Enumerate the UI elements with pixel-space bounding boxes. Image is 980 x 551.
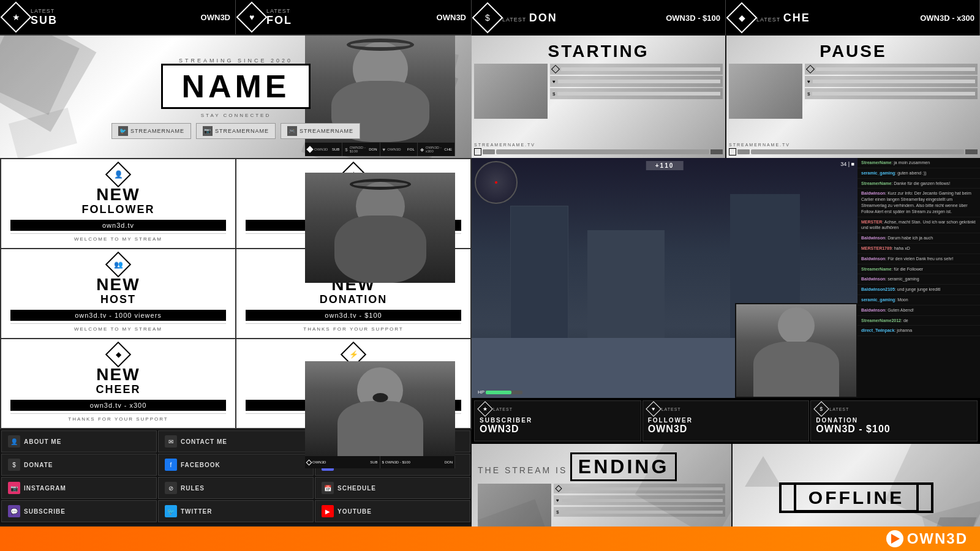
twitter-link[interactable]: 🐦 STREAMERNAME	[111, 123, 191, 139]
wcam-che-type: CHE	[444, 148, 452, 151]
hp-bar-bg	[486, 391, 522, 394]
starting-heart-icon: ♥	[552, 79, 556, 84]
host-type: HOST	[100, 293, 136, 306]
offline-title-text: OFFLINE	[794, 482, 919, 512]
sbs-sub-header: ★ LATEST	[480, 403, 636, 414]
chat-msg-4: Baldwinson: Kurz zur Info: Der Jecanto G…	[858, 189, 980, 217]
chat-msg-15: direct_Twinpack: johanna	[858, 326, 980, 336]
chat-user-6: Baldwinson	[861, 236, 885, 240]
instagram-label: INSTAGRAM	[24, 485, 66, 492]
twitter-btn[interactable]: 🐦 TWITTER	[158, 500, 314, 522]
chat-user-14: StreamerName2012	[861, 318, 901, 323]
contact-me-icon: ✉	[165, 435, 177, 448]
trs-che: ◆ LATEST CHE OWN3D - x300	[726, 0, 980, 36]
follower-icon: 👤	[105, 162, 131, 187]
wcam-heart-icon: ♥	[383, 147, 386, 152]
rules-icon: ⊘	[165, 482, 177, 494]
chat-msg-3: StreamerName: Danke für die ganzen fello…	[858, 179, 980, 189]
float-person-body	[337, 401, 423, 456]
sbs-don-label: LATEST	[829, 407, 849, 411]
wcam-don-type: DON	[369, 148, 377, 151]
chat-msg-8: Baldwinson: Für den vielen Dank freu uns…	[858, 254, 980, 264]
sbs-sub-value: OWN3D	[480, 424, 636, 435]
starting-content: ♥ $	[472, 61, 725, 140]
name-box: NAME	[161, 64, 310, 109]
about-me-button[interactable]: 👤 ABOUT ME	[1, 430, 157, 452]
chat-text-3: Danke für die ganzen fellows!	[894, 181, 950, 186]
cheer-name: own3d.tv - x300	[10, 400, 226, 411]
chat-text-7: haha xD	[894, 246, 910, 250]
rules-button[interactable]: ⊘ RULES	[158, 477, 314, 499]
headphones-2	[350, 179, 411, 190]
stat-sub: ★ LATEST SUB OWN3D	[0, 0, 236, 34]
subscribe-button[interactable]: 💬 SUBSCRIBE	[1, 500, 157, 522]
starting-url: STREAMERNAME.TV	[474, 143, 723, 147]
sbs-fol-header: ♥ LATEST	[648, 403, 804, 414]
instagram-link[interactable]: 📷 STREAMERNAME	[196, 123, 276, 139]
sbs-don-title: DONATION	[816, 417, 972, 424]
starting-ctrl-end	[710, 149, 723, 154]
logo-text: OWN3D	[907, 530, 968, 547]
youtube-button[interactable]: ▶ YOUTUBE	[315, 500, 470, 522]
float-sub-type: SUB	[370, 460, 377, 464]
sbs-fol-title: FOLLOWER	[648, 417, 804, 424]
sbs-fol-icon: ♥	[646, 401, 661, 416]
facebook-button[interactable]: f FACEBOOK	[158, 454, 314, 476]
twitter-btn-icon: 🐦	[165, 505, 177, 517]
pause-bar-1	[816, 67, 975, 71]
schedule-icon: 📅	[322, 482, 334, 494]
facebook-label: FACEBOOK	[181, 462, 221, 468]
pause-dollar-icon: $	[807, 91, 810, 97]
main-stream-area: +110 HP 13 🔫 34 | ■	[472, 158, 980, 398]
cheer-icon: ◆	[105, 342, 131, 367]
offline-triangle	[745, 456, 782, 487]
float-sub-text: OWN3D	[312, 460, 326, 464]
pause-progress	[751, 149, 964, 154]
chat-user-5: MERSTER	[861, 220, 882, 224]
float-stat-don: $ OWN3D - $100 DON	[380, 456, 456, 468]
game-minimap	[475, 161, 518, 204]
pause-screen-preview: PAUSE ♥ $	[726, 36, 980, 158]
float-star-icon	[306, 459, 312, 465]
building-1	[510, 206, 568, 350]
about-me-label: ABOUT ME	[24, 438, 61, 445]
donate-label: DONATE	[24, 462, 53, 468]
wcam-sub-type: SUB	[332, 148, 339, 151]
sub-value: OWN3D	[201, 13, 230, 22]
trs-don-label: LATEST	[502, 17, 526, 23]
starting-progress	[496, 149, 709, 154]
donate-button[interactable]: $ DONATE	[1, 454, 157, 476]
chat-msg-11: Baldwinson2105: und junge junge kreditl	[858, 285, 980, 295]
pause-diamond-1	[806, 65, 815, 73]
chat-text-10: seramic_gaming	[888, 277, 919, 281]
host-icon: 👥	[105, 252, 131, 277]
stream-name: NAME	[181, 69, 290, 104]
alert-follower: 👤 NEW FOLLOWER own3d.tv WELCOME TO MY ST…	[1, 159, 235, 248]
sbs-don-icon: $	[814, 401, 829, 416]
contact-me-button[interactable]: ✉ CONTACT ME	[158, 430, 314, 452]
trs-don-text: LATEST DON	[502, 12, 662, 24]
webcam-bottom-section	[305, 173, 455, 283]
cam-overlay-head	[778, 307, 815, 344]
instagram-button[interactable]: 📷 INSTAGRAM	[1, 477, 157, 499]
wcam-sub-stat: OWN3D SUB	[305, 143, 342, 156]
trs-don-icon: $	[472, 2, 503, 34]
pause-bar-2	[813, 80, 975, 83]
float-stat-sub: OWN3D SUB	[305, 456, 380, 468]
right-panel: $ LATEST DON OWN3D - $100 ◆ LATEST CHE O…	[472, 0, 980, 551]
generic-link[interactable]: 🎮 STREAMERNAME	[281, 123, 360, 139]
starting-bar-2	[558, 80, 720, 83]
trs-che-value: OWN3D - x300	[920, 13, 974, 23]
chat-msg-10: Baldwinson: seramic_gaming	[858, 274, 980, 285]
chat-user-8: Baldwinson	[861, 257, 885, 261]
chat-user-7: MERSTER1789	[861, 246, 892, 250]
pause-alerts: ♥ $	[805, 64, 978, 138]
game-hud-center: +110	[646, 161, 684, 170]
game-health: HP	[478, 389, 522, 395]
decor-shape-4	[9, 108, 77, 158]
schedule-button[interactable]: 📅 SCHEDULE	[315, 477, 470, 499]
trs-che-icon: ◆	[726, 2, 758, 34]
chat-msg-13: Baldwinson: Guten Abend!	[858, 305, 980, 316]
stay-connected: STAY CONNECTED	[201, 113, 271, 118]
chat-user-4: Baldwinson	[861, 191, 885, 195]
